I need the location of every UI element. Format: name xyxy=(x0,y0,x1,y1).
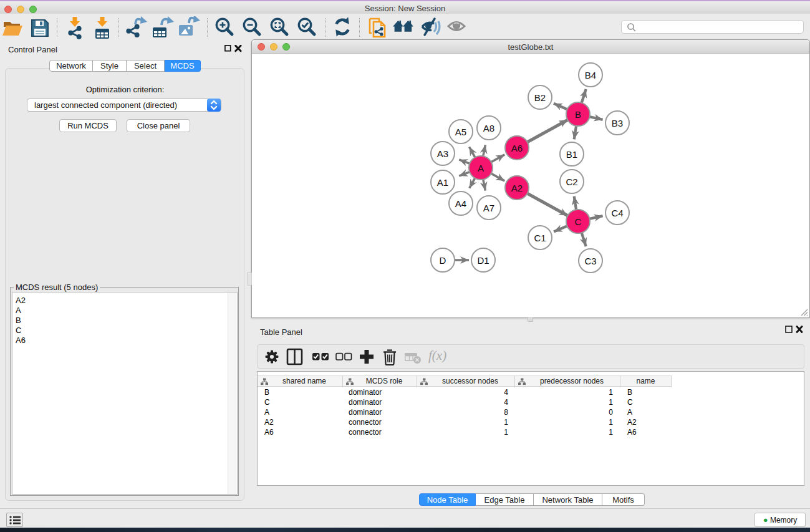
svg-text:D: D xyxy=(440,255,446,266)
svg-text:A2: A2 xyxy=(511,183,523,193)
svg-text:C2: C2 xyxy=(566,177,577,187)
svg-text:A6: A6 xyxy=(511,143,523,153)
svg-text:B: B xyxy=(575,109,581,120)
svg-text:C4: C4 xyxy=(611,208,623,218)
svg-text:A5: A5 xyxy=(455,127,466,137)
svg-text:C3: C3 xyxy=(584,256,596,266)
svg-text:A1: A1 xyxy=(437,177,448,188)
svg-text:D1: D1 xyxy=(477,255,489,266)
svg-text:B4: B4 xyxy=(585,70,596,80)
svg-text:B2: B2 xyxy=(534,92,546,103)
svg-text:A7: A7 xyxy=(483,203,494,213)
svg-text:C1: C1 xyxy=(534,233,546,243)
svg-text:A4: A4 xyxy=(455,198,466,209)
svg-text:B3: B3 xyxy=(612,118,623,128)
svg-text:C: C xyxy=(575,216,582,227)
svg-text:A3: A3 xyxy=(437,148,448,159)
svg-text:B1: B1 xyxy=(566,149,577,160)
svg-text:A: A xyxy=(478,163,484,173)
svg-text:A8: A8 xyxy=(483,123,494,133)
